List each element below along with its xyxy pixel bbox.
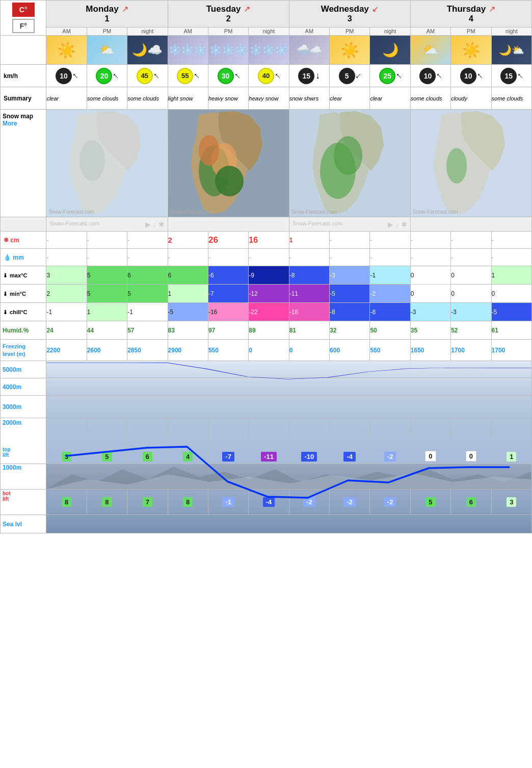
svg-rect-5: [46, 110, 167, 217]
bot-lift-value: 5: [425, 497, 435, 507]
max-temp-cell: -3: [330, 266, 370, 285]
top-lift-value: 5: [102, 452, 112, 462]
max-temp-cell: 6: [127, 266, 168, 285]
chill-cell: -1: [46, 303, 87, 321]
min-temp-cell: 5: [87, 285, 127, 303]
max-temp-cell: -9: [249, 266, 289, 285]
celsius-button[interactable]: C°: [12, 3, 35, 17]
snow-cm-label: ❄ cm: [1, 232, 46, 249]
chill-cell: -16: [208, 303, 248, 321]
bot-lift-value: 8: [102, 497, 112, 507]
snow-cm-cell: -: [491, 232, 531, 249]
chill-cell: -8: [370, 303, 410, 321]
max-temp-label: 🌡 max°C: [1, 266, 46, 285]
top-lift-value: 6: [143, 452, 152, 462]
chill-cell: -1: [127, 303, 168, 321]
max-temp-cell: 1: [491, 266, 531, 285]
chill-cell: -18: [289, 303, 329, 321]
top-lift-value: -2: [384, 452, 396, 462]
snow-cm-cell: 16: [249, 232, 289, 249]
min-temp-cell: -12: [249, 285, 289, 303]
max-temp-cell: 3: [46, 266, 87, 285]
freezing-cell: 1700: [451, 340, 491, 361]
max-temp-cell: -8: [289, 266, 329, 285]
top-lift-value: -11: [261, 452, 277, 462]
freezing-cell: 1650: [410, 340, 450, 361]
summary-cell: some clouds: [491, 87, 531, 110]
snow-cm-cell: -: [410, 232, 450, 249]
min-temp-cell: 2: [46, 285, 87, 303]
max-temp-cell: 6: [168, 266, 208, 285]
min-temp-cell: 0: [451, 285, 491, 303]
summary-cell: heavy snow: [208, 87, 248, 110]
summary-cell: some clouds: [127, 87, 168, 110]
snow-cm-cell: -: [330, 232, 370, 249]
wind-circle: 10: [56, 68, 72, 84]
humid-cell: 89: [249, 321, 289, 340]
top-lift-value: -4: [343, 452, 356, 462]
snow-cm-cell: -: [87, 232, 127, 249]
monday-arrow: ↗: [122, 4, 128, 14]
chill-cell: -22: [249, 303, 289, 321]
rain-mm-cell: -: [410, 249, 450, 266]
chill-cell: -3: [451, 303, 491, 321]
sea-level-label: Sea lvl: [1, 515, 46, 533]
summary-cell: clear: [46, 87, 87, 110]
freezing-cell: 1700: [491, 340, 531, 361]
freezing-cell: 2600: [87, 340, 127, 361]
summary-cell: heavy snow: [249, 87, 289, 110]
min-temp-cell: 5: [127, 285, 168, 303]
snow-cm-cell: -: [127, 232, 168, 249]
rain-mm-cell: -: [330, 249, 370, 266]
summary-cell: light snow: [168, 87, 208, 110]
min-temp-cell: -2: [370, 285, 410, 303]
max-temp-cell: 5: [87, 266, 127, 285]
top-lift-value: 4: [183, 452, 193, 462]
humid-cell: 81: [289, 321, 329, 340]
max-temp-cell: 0: [410, 266, 450, 285]
kmh-label: km/h: [1, 65, 46, 87]
alt-3000-label: 3000m: [1, 396, 46, 418]
svg-point-12: [199, 135, 219, 166]
humid-cell: 32: [330, 321, 370, 340]
humid-cell: 57: [127, 321, 168, 340]
thursday-name: Thursday: [447, 4, 486, 14]
summary-cell: clear: [330, 87, 370, 110]
chill-cell: -5: [491, 303, 531, 321]
bot-lift-value: 7: [143, 497, 152, 507]
monday-name: Monday: [86, 4, 118, 14]
rain-mm-cell: -: [208, 249, 248, 266]
summary-cell: some clouds: [410, 87, 450, 110]
freezing-cell: 0: [249, 340, 289, 361]
max-temp-cell: 0: [451, 266, 491, 285]
watermark-1: Snow-Forecast.com: [49, 220, 99, 226]
freezing-label: Freezinglevel (m): [1, 340, 46, 361]
freezing-cell: 0: [289, 340, 329, 361]
thursday-arrow: ↗: [489, 4, 495, 14]
humid-label: Humid.%: [1, 321, 46, 340]
alt-5000-label: 5000m: [1, 361, 46, 378]
rain-mm-cell: -: [491, 249, 531, 266]
snow-cm-cell: 2: [168, 232, 208, 249]
bot-lift-value: 3: [507, 497, 516, 507]
min-temp-cell: 1: [168, 285, 208, 303]
snow-cm-cell: -: [370, 232, 410, 249]
snow-cm-cell: 1: [289, 232, 329, 249]
wednesday-name: Wednesday: [321, 4, 369, 14]
more-link[interactable]: More: [3, 120, 44, 127]
humid-cell: 44: [87, 321, 127, 340]
summary-cell: some clouds: [87, 87, 127, 110]
humid-cell: 61: [491, 321, 531, 340]
wednesday-num: 3: [289, 14, 410, 23]
top-lift-value: -7: [222, 452, 234, 462]
bot-lift-value: -1: [222, 497, 234, 507]
freezing-cell: 2900: [168, 340, 208, 361]
rain-mm-cell: -: [289, 249, 329, 266]
humid-cell: 83: [168, 321, 208, 340]
bot-lift-value: -2: [384, 497, 396, 507]
fahrenheit-button[interactable]: F°: [12, 19, 35, 33]
top-lift-value: -10: [301, 452, 317, 462]
bot-lift-value: -2: [303, 497, 315, 507]
max-temp-cell: -1: [370, 266, 410, 285]
top-lift-label: toplift: [3, 447, 44, 458]
